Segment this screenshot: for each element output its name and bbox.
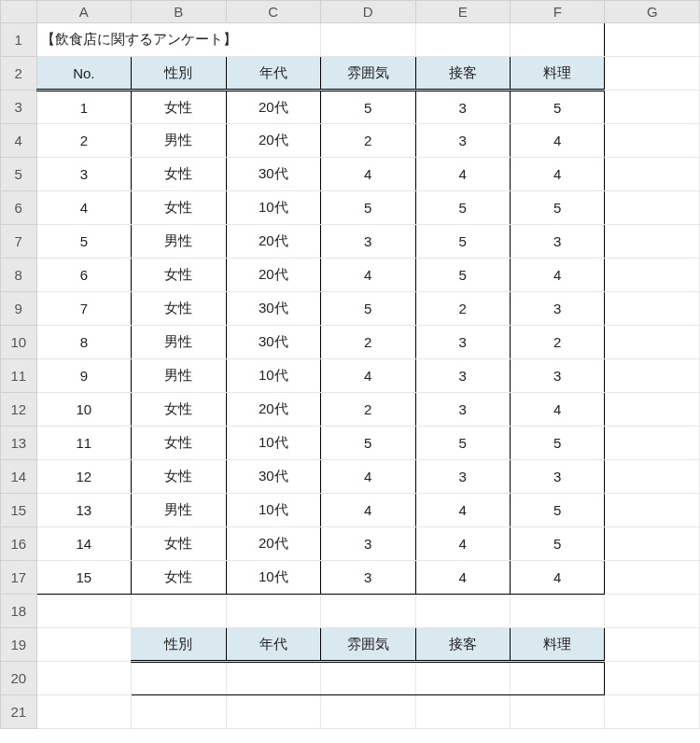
- spreadsheet-grid[interactable]: A B C D E F G 1 【飲食店に関するアンケート】 2 No. 性別 …: [0, 0, 700, 729]
- data-no[interactable]: 14: [36, 527, 131, 561]
- cell-A21[interactable]: [36, 695, 131, 729]
- row-header-20[interactable]: 20: [1, 662, 37, 695]
- data-sex[interactable]: 男性: [132, 326, 226, 359]
- col-header-G[interactable]: G: [605, 1, 700, 23]
- data-service[interactable]: 4: [415, 561, 510, 595]
- cell-A18[interactable]: [36, 595, 131, 628]
- data-no[interactable]: 2: [36, 124, 131, 158]
- cell-G14[interactable]: [605, 460, 700, 494]
- data-age[interactable]: 30代: [226, 158, 320, 191]
- cell-G9[interactable]: [605, 292, 700, 326]
- cell-A1-title[interactable]: 【飲食店に関するアンケート】: [36, 23, 320, 57]
- data-atmos[interactable]: 4: [321, 259, 415, 292]
- crit-val-age[interactable]: [226, 662, 320, 695]
- data-no[interactable]: 12: [36, 460, 131, 494]
- cell-G11[interactable]: [605, 359, 700, 393]
- data-service[interactable]: 5: [415, 225, 510, 259]
- data-sex[interactable]: 女性: [132, 393, 226, 427]
- col-header-D[interactable]: D: [321, 1, 415, 23]
- data-service[interactable]: 4: [415, 158, 510, 191]
- cell-A20[interactable]: [36, 662, 131, 695]
- cell-E21[interactable]: [415, 695, 510, 729]
- data-sex[interactable]: 女性: [132, 259, 226, 292]
- row-header-15[interactable]: 15: [1, 494, 37, 527]
- data-sex[interactable]: 女性: [132, 158, 226, 191]
- data-atmos[interactable]: 2: [321, 393, 415, 427]
- cell-D21[interactable]: [321, 695, 415, 729]
- data-service[interactable]: 3: [415, 359, 510, 393]
- cell-D18[interactable]: [321, 595, 415, 628]
- col-header-A[interactable]: A: [36, 1, 131, 23]
- crit-hdr-age[interactable]: 年代: [226, 628, 320, 662]
- data-age[interactable]: 30代: [226, 326, 320, 359]
- cell-G16[interactable]: [605, 527, 700, 561]
- data-no[interactable]: 15: [36, 561, 131, 595]
- crit-hdr-atmos[interactable]: 雰囲気: [321, 628, 415, 662]
- data-service[interactable]: 3: [415, 326, 510, 359]
- cell-F21[interactable]: [510, 695, 604, 729]
- data-food[interactable]: 3: [510, 359, 604, 393]
- hdr-no[interactable]: No.: [36, 57, 131, 91]
- cell-D1[interactable]: [321, 23, 415, 57]
- crit-hdr-sex[interactable]: 性別: [132, 628, 226, 662]
- cell-G17[interactable]: [605, 561, 700, 595]
- row-header-8[interactable]: 8: [1, 259, 37, 292]
- data-food[interactable]: 5: [510, 494, 604, 527]
- cell-G12[interactable]: [605, 393, 700, 427]
- cell-E18[interactable]: [415, 595, 510, 628]
- data-food[interactable]: 4: [510, 124, 604, 158]
- crit-hdr-food[interactable]: 料理: [510, 628, 604, 662]
- data-service[interactable]: 3: [415, 91, 510, 124]
- cell-F18[interactable]: [510, 595, 604, 628]
- row-header-14[interactable]: 14: [1, 460, 37, 494]
- data-service[interactable]: 4: [415, 494, 510, 527]
- data-food[interactable]: 3: [510, 292, 604, 326]
- data-no[interactable]: 7: [36, 292, 131, 326]
- data-food[interactable]: 5: [510, 427, 604, 460]
- data-atmos[interactable]: 4: [321, 359, 415, 393]
- cell-E1[interactable]: [415, 23, 510, 57]
- cell-G6[interactable]: [605, 191, 700, 225]
- data-age[interactable]: 30代: [226, 292, 320, 326]
- cell-G7[interactable]: [605, 225, 700, 259]
- cell-B18[interactable]: [132, 595, 226, 628]
- data-no[interactable]: 1: [36, 91, 131, 124]
- cell-G13[interactable]: [605, 427, 700, 460]
- data-no[interactable]: 13: [36, 494, 131, 527]
- crit-val-atmos[interactable]: [321, 662, 415, 695]
- data-atmos[interactable]: 3: [321, 561, 415, 595]
- data-service[interactable]: 5: [415, 191, 510, 225]
- data-age[interactable]: 30代: [226, 460, 320, 494]
- data-atmos[interactable]: 3: [321, 527, 415, 561]
- data-no[interactable]: 9: [36, 359, 131, 393]
- cell-C21[interactable]: [226, 695, 320, 729]
- row-header-2[interactable]: 2: [1, 57, 37, 91]
- data-no[interactable]: 5: [36, 225, 131, 259]
- cell-G1[interactable]: [605, 23, 700, 57]
- row-header-3[interactable]: 3: [1, 91, 37, 124]
- data-sex[interactable]: 女性: [132, 427, 226, 460]
- cell-G19[interactable]: [605, 628, 700, 662]
- data-atmos[interactable]: 5: [321, 191, 415, 225]
- data-food[interactable]: 2: [510, 326, 604, 359]
- row-header-18[interactable]: 18: [1, 595, 37, 628]
- data-atmos[interactable]: 4: [321, 158, 415, 191]
- data-age[interactable]: 10代: [226, 561, 320, 595]
- data-food[interactable]: 5: [510, 527, 604, 561]
- hdr-food[interactable]: 料理: [510, 57, 604, 91]
- data-atmos[interactable]: 2: [321, 124, 415, 158]
- data-sex[interactable]: 女性: [132, 191, 226, 225]
- cell-G18[interactable]: [605, 595, 700, 628]
- data-sex[interactable]: 女性: [132, 91, 226, 124]
- cell-A19[interactable]: [36, 628, 131, 662]
- data-age[interactable]: 20代: [226, 124, 320, 158]
- data-sex[interactable]: 男性: [132, 494, 226, 527]
- data-food[interactable]: 4: [510, 393, 604, 427]
- data-atmos[interactable]: 5: [321, 91, 415, 124]
- row-header-5[interactable]: 5: [1, 158, 37, 191]
- row-header-1[interactable]: 1: [1, 23, 37, 57]
- data-service[interactable]: 2: [415, 292, 510, 326]
- crit-hdr-service[interactable]: 接客: [415, 628, 510, 662]
- crit-val-service[interactable]: [415, 662, 510, 695]
- data-food[interactable]: 5: [510, 91, 604, 124]
